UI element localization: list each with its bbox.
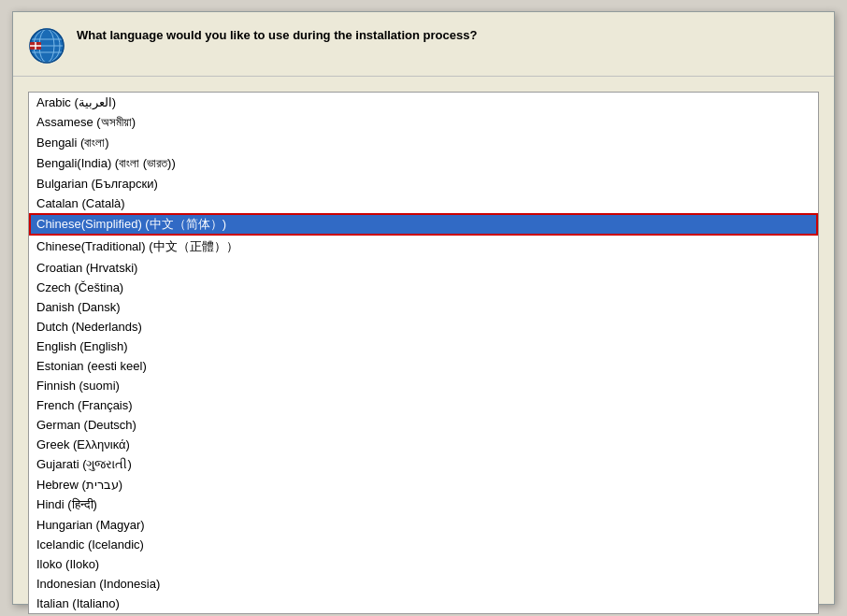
list-item[interactable]: Greek (Ελληνικά): [29, 435, 818, 454]
list-item[interactable]: Indonesian (Indonesia): [29, 574, 818, 594]
dialog-title: What language would you like to use duri…: [77, 27, 477, 44]
list-item[interactable]: Danish (Dansk): [29, 297, 818, 317]
list-item[interactable]: Estonian (eesti keel): [29, 356, 818, 376]
list-item[interactable]: Bulgarian (Български): [29, 174, 818, 193]
list-item[interactable]: German (Deutsch): [29, 415, 818, 435]
list-item[interactable]: Croatian (Hrvatski): [29, 258, 818, 278]
list-item[interactable]: Finnish (suomi): [29, 376, 818, 395]
list-item[interactable]: Assamese (অসমীয়া): [29, 112, 818, 133]
list-item[interactable]: Hindi (हिन्दी): [29, 494, 818, 515]
list-item[interactable]: Gujarati (ગુજરાતી): [29, 454, 818, 475]
list-item[interactable]: Dutch (Nederlands): [29, 317, 818, 337]
list-item[interactable]: Hebrew (עברית): [29, 475, 818, 494]
list-item[interactable]: English (English): [29, 337, 818, 356]
list-item[interactable]: Icelandic (Icelandic): [29, 535, 818, 554]
dialog-header: What language would you like to use duri…: [13, 12, 834, 77]
list-item[interactable]: French (Français): [29, 395, 818, 415]
list-item[interactable]: Arabic (العربية): [29, 93, 818, 112]
list-item[interactable]: Bengali(India) (বাংলা (ভারত)): [29, 153, 818, 174]
list-item[interactable]: Hungarian (Magyar): [29, 515, 818, 535]
language-list-scroll[interactable]: Arabic (العربية)Assamese (অসমীয়া)Bengal…: [29, 93, 818, 613]
list-item[interactable]: Catalan (Català): [29, 193, 818, 213]
list-item[interactable]: Chinese(Simplified) (中文（简体）): [29, 213, 818, 236]
list-item[interactable]: Iloko (Iloko): [29, 554, 818, 574]
dialog-content: Arabic (العربية)Assamese (অসমীয়া)Bengal…: [13, 77, 834, 616]
list-item[interactable]: Italian (Italiano): [29, 594, 818, 613]
list-item[interactable]: Czech (Čeština): [29, 278, 818, 297]
language-dialog: What language would you like to use duri…: [12, 11, 835, 605]
list-item[interactable]: Chinese(Traditional) (中文（正體））: [29, 236, 818, 258]
language-globe-icon: [28, 27, 65, 64]
list-item[interactable]: Bengali (বাংলা): [29, 133, 818, 153]
language-list-container: Arabic (العربية)Assamese (অসমীয়া)Bengal…: [28, 92, 819, 614]
